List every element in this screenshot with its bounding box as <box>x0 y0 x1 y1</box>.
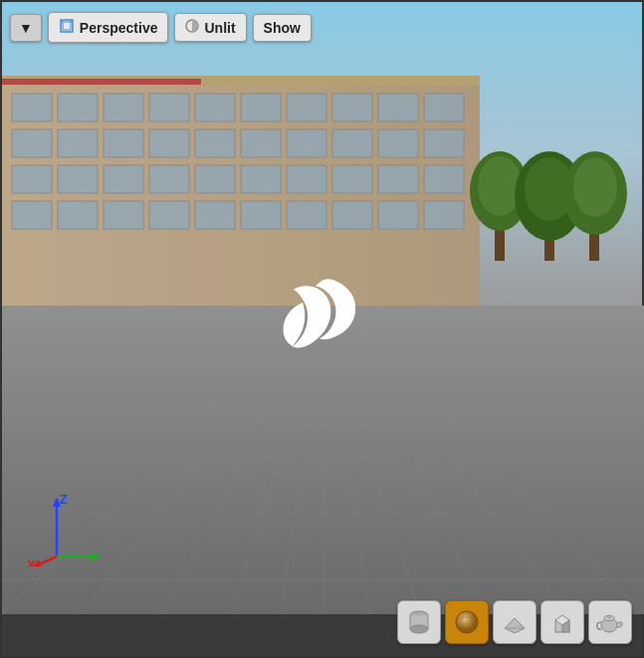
perspective-label: Perspective <box>80 20 158 36</box>
show-button[interactable]: Show <box>253 14 312 42</box>
svg-point-86 <box>410 625 428 633</box>
viewport: Z X ▼ Perspective <box>0 0 644 658</box>
coordinate-axes: Z X <box>27 492 102 566</box>
svg-rect-53 <box>2 2 642 311</box>
svg-marker-80 <box>92 552 102 560</box>
plane-tool-button[interactable] <box>493 600 537 644</box>
engine-logo <box>278 275 367 374</box>
sphere-tool-button[interactable] <box>445 600 489 644</box>
show-label: Show <box>264 20 301 36</box>
svg-text:X: X <box>27 557 36 566</box>
cylinder-tool-button[interactable] <box>397 600 441 644</box>
building-scene <box>2 2 642 311</box>
dropdown-arrow-icon: ▼ <box>19 20 33 36</box>
perspective-button[interactable]: Perspective <box>48 12 169 43</box>
svg-text:Z: Z <box>60 492 68 507</box>
unlit-button[interactable]: Unlit <box>174 13 246 42</box>
svg-point-89 <box>456 611 478 633</box>
scene-background <box>2 2 642 311</box>
perspective-icon <box>59 18 75 37</box>
bottom-toolbar <box>397 600 632 644</box>
unlit-icon <box>185 19 199 36</box>
toolbar: ▼ Perspective Unlit <box>10 12 312 43</box>
unlit-label: Unlit <box>204 20 235 36</box>
cube-tool-button[interactable] <box>540 600 584 644</box>
teapot-tool-button[interactable] <box>588 600 632 644</box>
viewport-dropdown-button[interactable]: ▼ <box>10 14 42 42</box>
svg-point-98 <box>607 615 611 618</box>
